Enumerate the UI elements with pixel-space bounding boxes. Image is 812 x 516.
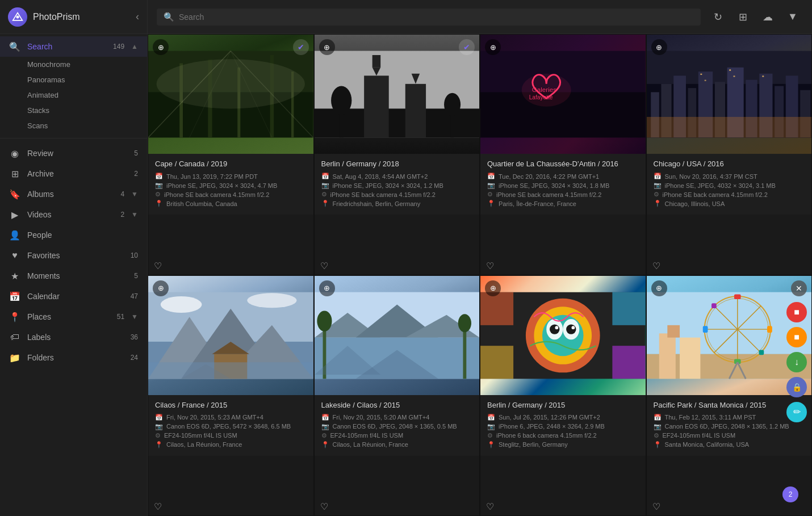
photo-lens-6: EF24-105mm f/4L IS USM — [330, 432, 404, 439]
sidebar-item-places[interactable]: 📍 Places 51 ▼ — [0, 307, 147, 327]
more-options-button[interactable]: ▼ — [782, 7, 803, 27]
albums-label: Albums — [27, 190, 114, 199]
sidebar-item-videos[interactable]: ▶ Videos 2 ▼ — [0, 204, 147, 225]
fab-edit-button[interactable]: ✏ — [786, 402, 807, 422]
fab-red-button[interactable]: ■ — [786, 302, 807, 322]
zoom-icon-6[interactable]: ⊕ — [319, 280, 335, 296]
zoom-icon-3[interactable]: ⊕ — [485, 39, 501, 55]
sidebar-item-albums[interactable]: 🔖 Albums 4 ▼ — [0, 184, 147, 204]
photo-close-button-8[interactable]: ✕ — [791, 280, 807, 296]
favorite-icon-4[interactable]: ♡ — [652, 261, 660, 271]
favorite-icon-8[interactable]: ♡ — [652, 501, 660, 512]
photo-lens-4: iPhone SE back camera 4.15mm f/2.2 — [663, 191, 768, 198]
photo-lens-2: iPhone SE back camera 4.15mm f/2.2 — [330, 191, 436, 198]
photo-camera-1: iPhone SE, JPEG, 3024 × 3024, 4.7 MB — [166, 182, 277, 189]
folders-count: 24 — [131, 354, 138, 362]
photo-location-6: Cilaos, La Réunion, France — [333, 441, 408, 448]
sidebar-item-moments[interactable]: ★ Moments 5 — [0, 266, 147, 286]
select-icon-1[interactable]: ✔ — [293, 39, 309, 55]
zoom-icon-1[interactable]: ⊕ — [153, 39, 169, 55]
photo-card-3[interactable]: Galeries Lafayette ⊕ ♡ Quartier de La Ch… — [480, 34, 646, 275]
sidebar-item-calendar[interactable]: 📅 Calendar 47 — [0, 286, 147, 307]
photo-location-8: Santa Monica, California, USA — [665, 441, 750, 448]
topbar: 🔍 ↻ ⊞ ☁ ▼ — [148, 0, 812, 34]
photo-card-1[interactable]: ⊕ ✔ ♡ Cape / Canada / 2019 📅Thu, Jun 13,… — [148, 34, 314, 275]
sidebar-subitem-stacks[interactable]: Stacks — [0, 103, 147, 118]
zoom-icon-4[interactable]: ⊕ — [651, 39, 667, 55]
photo-card-7[interactable]: ⊕ ♡ Berlin / Germany / 2015 📅Sun, Jul 26… — [480, 275, 646, 517]
sidebar-subitem-animated[interactable]: Animated — [0, 87, 147, 103]
svg-rect-47 — [700, 74, 702, 75]
photo-card-6[interactable]: ⊕ ♡ Lakeside / Cilaos / 2015 📅Fri, Nov 2… — [314, 275, 480, 517]
photo-camera-7: iPhone 6, JPEG, 2448 × 3264, 2.9 MB — [499, 423, 605, 430]
photo-bottom-6: ♡ — [315, 498, 480, 515]
fab-green-download-button[interactable]: ↓ — [786, 352, 807, 372]
sidebar-subitem-scans[interactable]: Scans — [0, 118, 147, 133]
select-icon-2[interactable]: ✔ — [459, 39, 475, 55]
topbar-actions: ↻ ⊞ ☁ ▼ — [708, 7, 803, 27]
sidebar-search-count: 149 — [113, 43, 124, 51]
photo-card-2[interactable]: ⊕ ✔ ♡ Berlin / Germany / 2018 📅Sat, Aug … — [314, 34, 480, 275]
sidebar-item-review[interactable]: ◉ Review 5 — [0, 143, 147, 163]
places-icon: 📍 — [9, 311, 20, 322]
svg-rect-102 — [711, 303, 717, 308]
sidebar-item-favorites[interactable]: ♥ Favorites 10 — [0, 245, 147, 266]
search-input[interactable] — [179, 12, 694, 22]
zoom-icon-5[interactable]: ⊕ — [153, 280, 169, 296]
sidebar: PhotoPrism ‹ 🔍 Search 149 ▲ Monochrome P… — [0, 0, 148, 516]
photo-lens-1: iPhone SE back camera 4.15mm f/2.2 — [164, 191, 269, 198]
favorite-icon-3[interactable]: ♡ — [486, 261, 494, 271]
photo-card-4[interactable]: ⊕ ♡ Chicago / USA / 2016 📅Sun, Nov 20, 2… — [646, 34, 813, 275]
zoom-icon-8[interactable]: ⊕ — [651, 280, 667, 296]
folders-label: Folders — [27, 353, 124, 362]
photo-card-8[interactable]: ✕ ■ ■ ↓ 🔒 ✏ ⊕ ♡ Pacific Park / Santa Mon… — [646, 275, 813, 517]
collapse-sidebar-button[interactable]: ‹ — [136, 11, 139, 23]
upload-button[interactable]: ☁ — [757, 7, 778, 27]
favorite-icon-6[interactable]: ♡ — [320, 501, 328, 512]
favorite-icon-7[interactable]: ♡ — [486, 501, 494, 512]
photo-camera-3: iPhone SE, JPEG, 3024 × 3024, 1.8 MB — [499, 182, 609, 189]
svg-rect-101 — [767, 326, 772, 333]
search-box[interactable]: 🔍 — [157, 9, 701, 26]
notification-badge: 2 — [782, 486, 798, 502]
photo-overlay-5: ⊕ — [148, 276, 313, 301]
search-icon: 🔍 — [9, 41, 20, 52]
sidebar-subitem-panoramas[interactable]: Panoramas — [0, 72, 147, 87]
photo-card-5[interactable]: ⊕ ♡ Cilaos / France / 2015 📅Fri, Nov 20,… — [148, 275, 314, 517]
photo-date-3: Tue, Dec 20, 2016, 4:22 PM GMT+1 — [499, 173, 599, 180]
refresh-button[interactable]: ↻ — [708, 7, 728, 27]
sidebar-subitem-monochrome[interactable]: Monochrome — [0, 57, 147, 72]
svg-rect-51 — [762, 75, 764, 77]
svg-point-70 — [317, 311, 332, 331]
photo-date-4: Sun, Nov 20, 2016, 4:37 PM CST — [665, 173, 757, 180]
photo-bottom-2: ♡ — [315, 257, 480, 275]
main-content: 🔍 ↻ ⊞ ☁ ▼ — [148, 0, 812, 516]
monochrome-label: Monochrome — [27, 60, 70, 69]
fab-orange-button[interactable]: ■ — [786, 327, 807, 347]
archive-count: 2 — [134, 170, 138, 178]
zoom-icon-2[interactable]: ⊕ — [319, 39, 335, 55]
photo-date-7: Sun, Jul 26, 2015, 12:26 PM GMT+2 — [499, 414, 600, 421]
sidebar-item-labels[interactable]: 🏷 Labels 36 — [0, 327, 147, 347]
svg-rect-49 — [729, 69, 731, 70]
fab-lock-button[interactable]: 🔒 — [786, 377, 807, 397]
sidebar-item-archive[interactable]: ⊞ Archive 2 — [0, 163, 147, 184]
svg-rect-88 — [612, 346, 645, 379]
photo-info-5: Cilaos / France / 2015 📅Fri, Nov 20, 201… — [148, 395, 313, 456]
grid-view-button[interactable]: ⊞ — [733, 7, 753, 27]
sidebar-item-search[interactable]: 🔍 Search 149 ▲ — [0, 36, 147, 57]
favorite-icon-1[interactable]: ♡ — [154, 261, 162, 271]
zoom-icon-7[interactable]: ⊕ — [485, 280, 501, 296]
photo-lens-7: iPhone 6 back camera 4.15mm f/2.2 — [496, 432, 597, 439]
svg-point-81 — [550, 324, 559, 334]
svg-point-83 — [555, 326, 558, 329]
favorite-icon-5[interactable]: ♡ — [154, 501, 162, 512]
sidebar-item-people[interactable]: 👤 People — [0, 225, 147, 245]
photo-camera-5: Canon EOS 6D, JPEG, 5472 × 3648, 6.5 MB — [166, 423, 291, 430]
favorite-icon-2[interactable]: ♡ — [320, 261, 328, 271]
photo-date-6: Fri, Nov 20, 2015, 5:20 AM GMT+4 — [333, 414, 430, 421]
sidebar-item-folders[interactable]: 📁 Folders 24 — [0, 347, 147, 368]
svg-rect-18 — [405, 84, 425, 137]
svg-rect-50 — [733, 75, 735, 77]
photo-lens-5: EF24-105mm f/4L IS USM — [164, 432, 237, 439]
